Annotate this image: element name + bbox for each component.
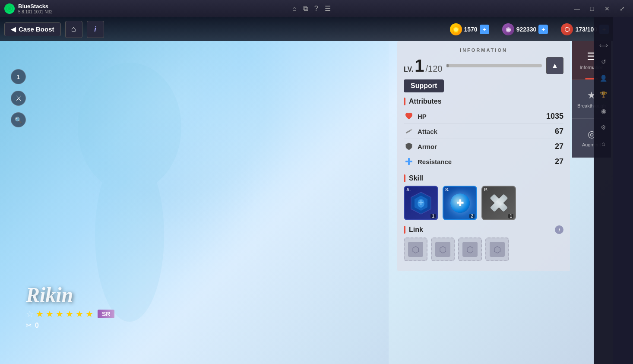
- link-bar-indicator: [404, 226, 405, 234]
- skill-a-icon[interactable]: A. + 1: [404, 186, 438, 220]
- skill-a-wrapper[interactable]: A. + 1: [404, 186, 438, 220]
- close-button[interactable]: ✕: [601, 2, 614, 15]
- link-slot-2-inner: ⬡: [435, 242, 450, 257]
- edge-icon-2[interactable]: ↺: [597, 55, 610, 68]
- resistance-icon: [404, 156, 414, 167]
- left-icon-2[interactable]: ⚔: [11, 91, 26, 106]
- level-up-icon: ▲: [551, 62, 558, 70]
- info-icon: i: [94, 25, 96, 33]
- help-icon[interactable]: ?: [314, 5, 318, 13]
- star-7: ★: [85, 309, 93, 319]
- app-version: 5.8.101.1001 N32: [18, 9, 53, 14]
- level-label: LV.: [404, 66, 413, 73]
- edge-icon-1[interactable]: ⟺: [597, 39, 610, 52]
- back-button[interactable]: ◀ Case Boost: [4, 22, 61, 36]
- home-button[interactable]: ⌂: [65, 21, 82, 38]
- left-icon-panel: 1 ⚔ 🔍: [11, 69, 26, 127]
- level-row: LV. 1 /120 ▲: [404, 57, 563, 74]
- bluestacks-logo: [4, 3, 15, 14]
- character-info-bottom: Rikin ☆ ★ ★ ★ ★ ★ ★ SR ✂ 0: [26, 283, 114, 329]
- skill-s-level: 2: [469, 214, 475, 218]
- skill-p-wrapper[interactable]: P. 1: [481, 186, 516, 220]
- skill-title: Skill: [409, 174, 423, 182]
- hp-value: 1035: [546, 112, 563, 121]
- star-2: ★: [36, 309, 44, 319]
- character-xp: 0: [35, 322, 39, 329]
- svg-marker-1: [8, 7, 11, 10]
- currency-add-button[interactable]: +: [538, 25, 548, 34]
- skill-s-wrapper[interactable]: S. ✚ 2: [443, 186, 477, 220]
- star-4: ★: [56, 309, 63, 319]
- skill-icons-row: A. + 1: [404, 186, 563, 220]
- attr-resistance-row: Resistance 27: [404, 154, 563, 169]
- star-1: ☆: [26, 309, 34, 319]
- skill-s-type-label: S.: [445, 187, 449, 192]
- skill-p-level: 1: [508, 214, 513, 218]
- left-icon-3[interactable]: 🔍: [11, 112, 26, 127]
- link-section-header: Link: [404, 226, 423, 234]
- app-name: BlueStacks: [18, 3, 53, 9]
- hp-label: HP: [418, 113, 546, 120]
- info-section-header: INFORMATION: [404, 47, 563, 53]
- edge-icon-4[interactable]: 🏆: [597, 88, 610, 101]
- home-icon: ⌂: [71, 25, 76, 34]
- skill-header: Skill: [404, 174, 563, 182]
- currency-icon: ◉: [502, 23, 514, 35]
- link-slot-3-inner: ⬡: [462, 242, 478, 257]
- multi-instance-icon[interactable]: ⧉: [303, 5, 308, 13]
- attributes-header: Attributes: [404, 98, 563, 105]
- attack-label: Attack: [418, 128, 555, 135]
- link-header: Link i: [404, 225, 563, 234]
- skill-p-icon[interactable]: P. 1: [481, 186, 516, 220]
- home-nav-icon[interactable]: ⌂: [292, 5, 297, 13]
- maximize-button[interactable]: □: [586, 2, 598, 15]
- titlebar-left: BlueStacks 5.8.101.1001 N32: [4, 3, 53, 14]
- attributes-section: Attributes HP 1035 Attack 67: [404, 98, 563, 169]
- character-sub-info: ✂ 0: [26, 321, 114, 329]
- svg-point-13: [418, 199, 424, 208]
- skill-p-type-label: P.: [484, 187, 487, 192]
- attack-value: 67: [555, 127, 563, 136]
- link-slot-2[interactable]: ⬡: [431, 237, 455, 261]
- stamina-icon: ⬡: [561, 23, 573, 35]
- skill-bar-indicator: [404, 174, 405, 182]
- rarity-badge: SR: [98, 310, 114, 318]
- svg-rect-9: [405, 161, 412, 162]
- minimize-button[interactable]: —: [570, 2, 583, 15]
- link-slot-3[interactable]: ⬡: [458, 237, 482, 261]
- link-info-icon[interactable]: i: [555, 225, 563, 234]
- currency-resource: ◉ 922330 +: [502, 23, 548, 35]
- info-button[interactable]: i: [87, 21, 104, 38]
- link-slot-1[interactable]: ⬡: [404, 237, 427, 261]
- star-6: ★: [76, 309, 83, 319]
- attr-hp-row: HP 1035: [404, 109, 563, 124]
- edge-icon-5[interactable]: ◉: [597, 104, 610, 117]
- attributes-title: Attributes: [409, 98, 442, 105]
- gems-icon: [450, 23, 462, 35]
- expand-button[interactable]: ⤢: [616, 2, 629, 15]
- left-icon-1[interactable]: 1: [11, 69, 26, 84]
- link-slots-row: ⬡ ⬡ ⬡ ⬡: [404, 237, 563, 261]
- edge-icon-3[interactable]: 👤: [597, 72, 610, 85]
- back-button-label: Case Boost: [19, 25, 54, 33]
- gems-add-button[interactable]: +: [480, 25, 489, 34]
- link-slot-4-inner: ⬡: [490, 242, 505, 257]
- character-name: Rikin: [26, 283, 114, 307]
- level-number: 1: [415, 57, 424, 74]
- x-shape: [489, 193, 509, 213]
- armor-icon: [404, 141, 414, 152]
- level-up-button[interactable]: ▲: [546, 57, 563, 74]
- resistance-label: Resistance: [418, 158, 555, 165]
- skill-section: Skill A. +: [404, 174, 563, 220]
- edge-icon-6[interactable]: ⚙: [597, 121, 610, 134]
- level-max: /120: [425, 64, 442, 74]
- resistance-value: 27: [555, 157, 563, 166]
- skill-s-icon[interactable]: S. ✚ 2: [443, 186, 477, 220]
- level-display: LV. 1 /120: [404, 57, 442, 74]
- back-arrow-icon: ◀: [11, 25, 16, 33]
- search-icon: 🔍: [15, 117, 22, 123]
- edge-icon-7[interactable]: ⌂: [597, 137, 610, 150]
- icon-2-symbol: ⚔: [16, 94, 22, 102]
- menu-icon[interactable]: ☰: [325, 4, 331, 13]
- link-slot-4[interactable]: ⬡: [485, 237, 509, 261]
